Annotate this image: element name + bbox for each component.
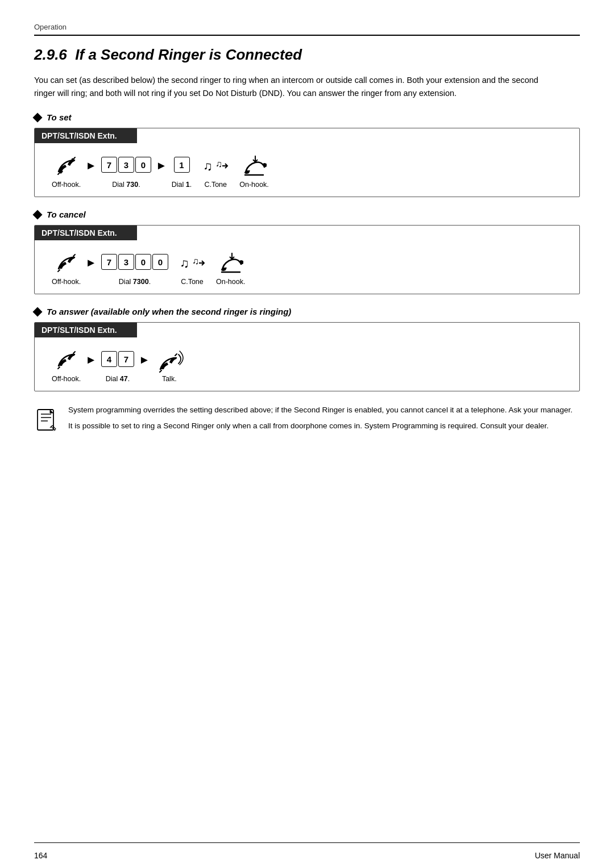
diamond-icon xyxy=(33,112,43,122)
note-2: It is possible to set to ring a Second R… xyxy=(68,420,572,432)
to-answer-label: To answer (available only when the secon… xyxy=(34,307,580,316)
arrow-answer-2: ► xyxy=(139,353,150,378)
key-7-c: 7 xyxy=(101,254,117,270)
key-0-c: 0 xyxy=(135,254,151,270)
to-cancel-label: To cancel xyxy=(34,210,580,219)
step-dial47: 4 7 Dial 47. xyxy=(101,348,134,383)
arrow-1: ► xyxy=(85,159,97,183)
diamond-icon-2 xyxy=(33,210,43,219)
onhook-label-cancel: On-hook. xyxy=(216,278,245,286)
page-number: 164 xyxy=(34,851,47,860)
talk-icon xyxy=(155,348,184,373)
bottom-rule xyxy=(34,842,580,843)
offhook-icon-answer xyxy=(54,348,79,373)
step-talk: Talk. xyxy=(155,348,184,383)
step-offhook-set: Off-hook. xyxy=(52,153,81,189)
to-set-steps: Off-hook. ► 7 3 0 Dial 730. ► xyxy=(35,143,579,197)
to-set-diagram: DPT/SLT/ISDN Extn. Off-hook. xyxy=(34,128,580,197)
ctone-icon-set: ♫ ♫ xyxy=(202,153,229,178)
step-ctone-set: ♫ ♫ C.Tone xyxy=(202,153,229,189)
onhook-icon-cancel xyxy=(218,251,243,276)
dial7300-label: Dial 7300. xyxy=(119,278,151,286)
dial1-label: Dial 1. xyxy=(172,181,192,189)
talk-label: Talk. xyxy=(162,375,177,383)
ctone-icon-cancel: ♫ ♫ xyxy=(179,251,206,276)
to-answer-header: DPT/SLT/ISDN Extn. xyxy=(35,323,137,337)
svg-text:♫: ♫ xyxy=(192,256,199,266)
intro-text: You can set (as described below) the sec… xyxy=(34,74,546,100)
note-icon xyxy=(34,405,59,440)
to-cancel-header: DPT/SLT/ISDN Extn. xyxy=(35,226,137,240)
section-title: 2.9.6 If a Second Ringer is Connected xyxy=(34,46,580,64)
ctone-label-cancel: C.Tone xyxy=(181,278,204,286)
step-offhook-answer: Off-hook. xyxy=(52,348,81,383)
arrow-2: ► xyxy=(156,159,167,183)
key-3: 3 xyxy=(118,157,134,173)
top-rule xyxy=(34,35,580,36)
svg-text:♫: ♫ xyxy=(180,256,189,270)
to-set-label: To set xyxy=(34,112,580,122)
step-dial730: 7 3 0 Dial 730. xyxy=(101,153,151,189)
arrow-cancel-1: ► xyxy=(85,256,97,281)
dial730-label: Dial 730. xyxy=(112,181,140,189)
svg-text:♫: ♫ xyxy=(203,159,213,173)
to-cancel-steps: Off-hook. ► 7 3 0 0 Dial 7300. xyxy=(35,240,579,294)
key-4: 4 xyxy=(101,351,117,367)
onhook-icon-set xyxy=(242,153,267,178)
offhook-label: Off-hook. xyxy=(52,181,81,189)
to-set-header: DPT/SLT/ISDN Extn. xyxy=(35,128,137,143)
dial47-label: Dial 47. xyxy=(106,375,130,383)
to-answer-steps: Off-hook. ► 4 7 Dial 47. ► xyxy=(35,337,579,391)
step-offhook-cancel: Off-hook. xyxy=(52,251,81,286)
section-label: Operation xyxy=(34,23,580,31)
key-7-a: 7 xyxy=(118,351,134,367)
step-onhook-set: On-hook. xyxy=(239,153,268,189)
offhook-icon xyxy=(54,153,79,178)
offhook-label-cancel: Off-hook. xyxy=(52,278,81,286)
offhook-label-answer: Off-hook. xyxy=(52,375,81,383)
to-answer-diagram: DPT/SLT/ISDN Extn. Off-hook. ► xyxy=(34,322,580,391)
notes-section: System programming overrides the setting… xyxy=(34,404,580,440)
arrow-answer-1: ► xyxy=(85,353,97,378)
svg-text:♫: ♫ xyxy=(215,159,222,169)
manual-label: User Manual xyxy=(535,851,580,860)
step-ctone-cancel: ♫ ♫ C.Tone xyxy=(179,251,206,286)
key-1: 1 xyxy=(174,157,190,173)
bottom-bar: 164 User Manual xyxy=(34,851,580,860)
diamond-icon-3 xyxy=(33,307,43,316)
key-0: 0 xyxy=(135,157,151,173)
offhook-icon-cancel xyxy=(54,251,79,276)
key-0-c2: 0 xyxy=(152,254,168,270)
key-3-c: 3 xyxy=(118,254,134,270)
step-dial7300: 7 3 0 0 Dial 7300. xyxy=(101,251,168,286)
step-onhook-cancel: On-hook. xyxy=(216,251,245,286)
ctone-label-set: C.Tone xyxy=(204,181,227,189)
key-7: 7 xyxy=(101,157,117,173)
onhook-label-set: On-hook. xyxy=(239,181,268,189)
to-cancel-diagram: DPT/SLT/ISDN Extn. Off-hook. ► xyxy=(34,225,580,294)
step-dial1: 1 Dial 1. xyxy=(172,153,192,189)
note-1: System programming overrides the setting… xyxy=(68,404,572,416)
note-text-container: System programming overrides the setting… xyxy=(68,404,572,432)
